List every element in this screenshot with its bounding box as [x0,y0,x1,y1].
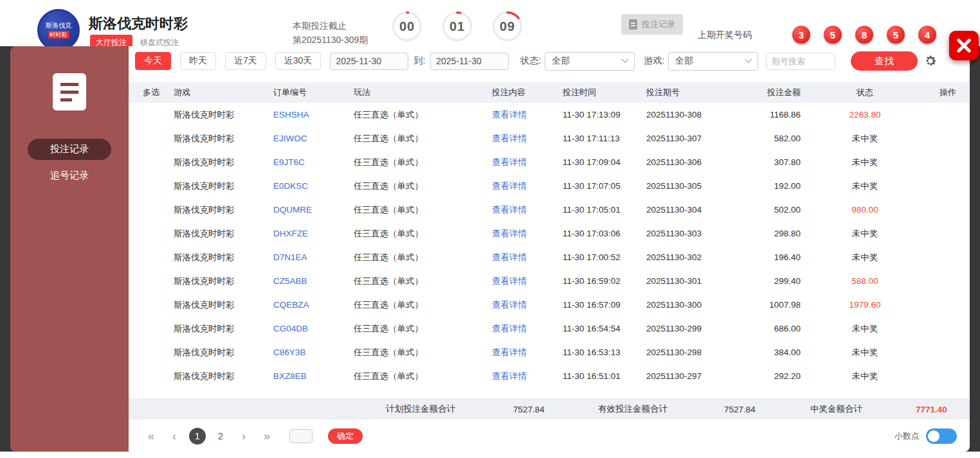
row-order-link[interactable]: CG04DB [273,324,350,333]
lottery-ball: 5 [824,26,842,44]
page-button-1[interactable]: 1 [189,428,206,445]
date-to-label: 到: [413,55,425,67]
planned-total-value: 7527.84 [513,404,545,414]
search-button[interactable]: 查找 [851,51,918,71]
game-select[interactable]: 全部 [668,52,758,71]
row-view-details-link[interactable]: 查看详情 [489,252,559,263]
countdown-hours: 00 [391,10,423,42]
filter-bar: 今天 昨天 近7天 近30天 到: 状态: 全部 游戏: 全部 查找 [129,51,970,71]
row-period: 20251130-298 [643,348,727,357]
last-page-button[interactable]: » [259,430,275,443]
records-doc-icon [53,73,86,110]
row-view-details-link[interactable]: 查看详情 [489,181,559,192]
row-play: 任三直选（单式） [350,371,489,382]
row-view-details-link[interactable]: 查看详情 [489,299,559,311]
row-order-link[interactable]: E9JT6C [273,157,350,167]
row-game: 斯洛伐克时时彩 [167,133,273,145]
row-order-link[interactable]: CZ5ABB [273,276,350,286]
row-order-link[interactable]: DHXFZE [273,229,350,238]
row-order-link[interactable]: D7N1EA [273,252,350,262]
row-period: 20251130-301 [643,276,727,286]
row-order-link[interactable]: E0DKSC [273,181,350,191]
lottery-ball: 4 [918,26,936,44]
row-order-link[interactable]: EJIWOC [273,134,350,143]
prev-page-button[interactable]: ‹ [166,430,183,443]
valid-total-label: 有效投注金额合计 [598,403,667,415]
gear-icon[interactable] [923,54,938,70]
row-time: 11-30 16:53:13 [559,348,643,357]
row-view-details-link[interactable]: 查看详情 [489,228,559,240]
row-status: 未中奖 [804,133,926,145]
sidebar-item-chase-records[interactable]: 追号记录 [28,165,111,186]
row-order-link[interactable]: DQUMRE [273,205,350,215]
row-game: 斯洛伐克时时彩 [167,181,273,192]
last-draw-label: 上期开奖号码 [698,30,752,41]
row-view-details-link[interactable]: 查看详情 [489,347,559,358]
status-filter-label: 状态: [520,55,541,67]
row-period: 20251130-297 [643,371,727,381]
row-amount: 292.20 [727,371,804,381]
quick-filter-7days[interactable]: 近7天 [225,52,266,70]
row-time: 11-30 17:07:05 [559,181,643,191]
page-jump-input[interactable] [289,429,313,443]
table-row: 斯洛伐克时时彩 C86Y3B 任三直选（单式） 查看详情 11-30 16:53… [129,340,970,364]
row-view-details-link[interactable]: 查看详情 [489,157,559,168]
row-play: 任三直选（单式） [350,204,489,216]
row-order-link[interactable]: ESHSHA [273,110,350,119]
row-view-details-link[interactable]: 查看详情 [489,371,559,382]
row-order-link[interactable]: C86Y3B [273,348,350,357]
page-header: 斯洛伐克 时时彩 斯洛伐克时时彩 大厅投注 棋盘式投注 本期投注截止 第2025… [0,0,980,46]
row-play: 任三直选（单式） [350,347,489,358]
quick-filter-today[interactable]: 今天 [135,52,171,70]
quick-filter-yesterday[interactable]: 昨天 [180,52,216,70]
row-play: 任三直选（单式） [350,252,489,263]
row-period: 20251130-303 [643,229,727,238]
row-period: 20251130-306 [643,157,727,167]
period-search-input[interactable] [766,53,835,70]
table-body: 斯洛伐克时时彩 ESHSHA 任三直选（单式） 查看详情 11-30 17:13… [129,103,970,388]
table-row: 斯洛伐克时时彩 D7N1EA 任三直选（单式） 查看详情 11-30 17:00… [129,245,970,269]
row-time: 11-30 16:59:02 [559,276,643,286]
date-from-input[interactable] [330,53,408,70]
sidebar-item-betting-records[interactable]: 投注记录 [28,139,111,160]
table-row: 斯洛伐克时时彩 DQUMRE 任三直选（单式） 查看详情 11-30 17:05… [129,198,970,222]
row-play: 任三直选（单式） [350,181,489,192]
date-to-input[interactable] [430,53,509,70]
row-view-details-link[interactable]: 查看详情 [489,323,559,335]
status-select[interactable]: 全部 [545,52,635,71]
row-order-link[interactable]: CQEBZA [273,300,350,310]
row-play: 任三直选（单式） [350,133,489,145]
document-icon [629,19,637,30]
row-amount: 686.00 [727,324,804,333]
row-status: 980.00 [804,205,926,215]
countdown-hours-circle: 00 [391,10,423,42]
row-play: 任三直选（单式） [350,323,489,335]
table-row: 斯洛伐克时时彩 EJIWOC 任三直选（单式） 查看详情 11-30 17:11… [129,127,970,150]
close-modal-button[interactable] [949,31,979,60]
betting-records-button[interactable]: 投注记录 [621,14,683,35]
deadline-label: 本期投注截止 [293,21,347,32]
lottery-ball: 3 [792,26,810,44]
row-order-link[interactable]: BXZ8EB [273,371,350,381]
decimal-toggle[interactable] [926,428,957,444]
chevron-down-icon [745,56,752,63]
row-view-details-link[interactable]: 查看详情 [489,133,559,145]
row-game: 斯洛伐克时时彩 [167,276,273,287]
row-time: 11-30 17:05:01 [559,205,643,215]
last-draw-numbers: 3 5 8 5 4 [792,26,936,44]
sidebar-item-label: 追号记录 [50,170,89,182]
quick-filter-30days[interactable]: 近30天 [275,52,322,70]
first-page-button[interactable]: « [143,430,159,443]
row-view-details-link[interactable]: 查看详情 [489,204,559,216]
confirm-page-button[interactable]: 确定 [328,428,363,444]
game-select-value: 全部 [675,55,693,67]
row-view-details-link[interactable]: 查看详情 [489,109,559,121]
row-status: 未中奖 [804,252,926,263]
next-page-button[interactable]: › [235,430,252,443]
summary-row: 计划投注金额合计 7527.84 有效投注金额合计 7527.84 中奖金额合计… [129,398,970,419]
column-header-game: 游戏 [167,87,273,98]
row-view-details-link[interactable]: 查看详情 [489,276,559,287]
logo-text-line2: 时时彩 [48,31,69,39]
row-amount: 196.40 [727,252,804,262]
page-button-2[interactable]: 2 [212,428,229,445]
